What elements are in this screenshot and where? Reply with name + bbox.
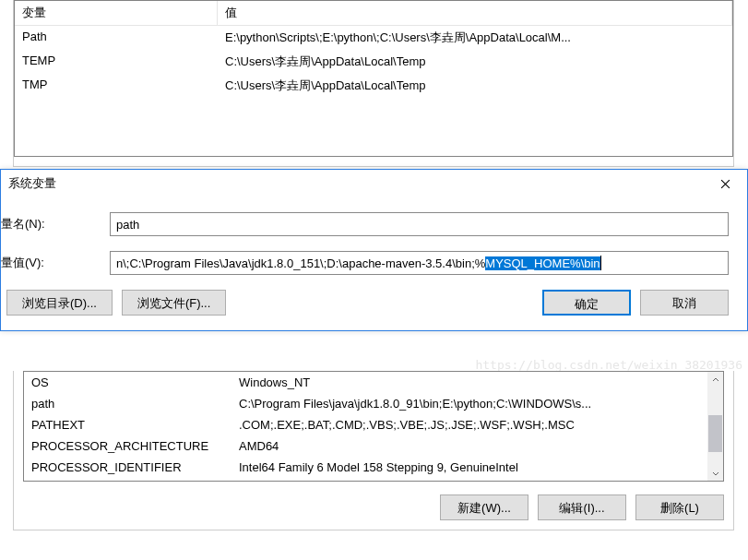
edit-button[interactable]: 编辑(I)... (538, 494, 626, 520)
table-row[interactable]: PATHEXT .COM;.EXE;.BAT;.CMD;.VBS;.VBE;.J… (24, 414, 723, 435)
variable-value-input[interactable]: n\;C:\Program Files\Java\jdk1.8.0_151\;D… (110, 251, 729, 275)
cancel-button[interactable]: 取消 (640, 290, 729, 316)
table-header: 变量 值 (15, 1, 732, 26)
dialog-buttons: 浏览目录(D)... 浏览文件(F)... 确定 取消 (1, 290, 729, 316)
var-value: C:\Program Files\java\jdk1.8.0_91\bin;E:… (232, 395, 723, 412)
var-name: PROCESSOR_ARCHITECTURE (24, 437, 232, 455)
chevron-up-icon (712, 376, 719, 384)
variable-name-input[interactable] (110, 212, 729, 236)
var-name: PATHEXT (24, 416, 232, 434)
system-variables-panel: OS Windows_NT path C:\Program Files\java… (13, 371, 734, 530)
var-value: .COM;.EXE;.BAT;.CMD;.VBS;.VBE;.JS;.JSE;.… (232, 416, 723, 434)
browse-directory-button[interactable]: 浏览目录(D)... (6, 290, 113, 316)
table-row[interactable]: TEMP C:\Users\李垚周\AppData\Local\Temp (15, 50, 732, 74)
table-row[interactable]: OS Windows_NT (24, 372, 723, 393)
value-row: 量值(V): n\;C:\Program Files\Java\jdk1.8.0… (1, 251, 729, 275)
value-prefix: n\;C:\Program Files\Java\jdk1.8.0_151\;D… (116, 256, 485, 270)
chevron-down-icon (712, 470, 719, 477)
var-value: E:\python\Scripts\;E:\python\;C:\Users\李… (218, 28, 732, 48)
close-button[interactable] (706, 172, 743, 196)
var-name: TEMP (15, 52, 218, 72)
dialog-titlebar[interactable]: 系统变量 (1, 170, 747, 201)
edit-system-variable-dialog: 系统变量 量名(N): 量值(V): n\;C:\Program Files\J… (0, 169, 748, 331)
system-variables-buttons: 新建(W)... 编辑(I)... 删除(L) (23, 494, 724, 520)
header-value[interactable]: 值 (218, 1, 732, 25)
scroll-thumb[interactable] (708, 415, 722, 452)
dialog-body: 量名(N): 量值(V): n\;C:\Program Files\Java\j… (1, 201, 747, 330)
var-value: C:\Users\李垚周\AppData\Local\Temp (218, 76, 732, 96)
system-variables-table[interactable]: OS Windows_NT path C:\Program Files\java… (23, 371, 724, 482)
new-button[interactable]: 新建(W)... (440, 494, 528, 520)
var-value: C:\Users\李垚周\AppData\Local\Temp (218, 52, 732, 72)
value-selected: MYSQL_HOME%\bin (485, 256, 600, 270)
user-variables-table[interactable]: 变量 值 Path E:\python\Scripts\;E:\python\;… (14, 0, 733, 157)
spacer (235, 290, 533, 316)
table-row[interactable]: path C:\Program Files\java\jdk1.8.0_91\b… (24, 393, 723, 414)
delete-button[interactable]: 删除(L) (635, 494, 724, 520)
name-label: 量名(N): (1, 216, 110, 232)
dialog-title: 系统变量 (8, 175, 56, 192)
value-label: 量值(V): (1, 255, 110, 271)
watermark: https://blog.csdn.net/weixin_38201936 (475, 358, 742, 372)
table-row[interactable]: TMP C:\Users\李垚周\AppData\Local\Temp (15, 74, 732, 98)
scroll-track[interactable] (707, 387, 723, 465)
scroll-down-button[interactable] (707, 465, 723, 481)
table-row[interactable]: PROCESSOR_IDENTIFIER Intel64 Family 6 Mo… (24, 457, 723, 478)
close-icon (720, 179, 730, 189)
var-value: AMD64 (232, 437, 723, 455)
var-value: Windows_NT (232, 374, 723, 391)
var-name: TMP (15, 76, 218, 96)
scroll-up-button[interactable] (707, 372, 723, 387)
var-name: PROCESSOR_IDENTIFIER (24, 459, 232, 476)
text-caret (600, 256, 601, 270)
browse-file-button[interactable]: 浏览文件(F)... (122, 290, 226, 316)
var-name: Path (15, 28, 218, 48)
name-row: 量名(N): (1, 212, 729, 236)
ok-button[interactable]: 确定 (542, 290, 631, 316)
table-row[interactable]: PROCESSOR_ARCHITECTURE AMD64 (24, 435, 723, 457)
user-variables-panel: 变量 值 Path E:\python\Scripts\;E:\python\;… (13, 0, 734, 167)
var-name: OS (24, 374, 232, 391)
var-name: path (24, 395, 232, 412)
vertical-scrollbar[interactable] (707, 372, 723, 481)
header-variable[interactable]: 变量 (15, 1, 218, 25)
table-row[interactable]: Path E:\python\Scripts\;E:\python\;C:\Us… (15, 26, 732, 50)
var-value: Intel64 Family 6 Model 158 Stepping 9, G… (232, 459, 723, 476)
